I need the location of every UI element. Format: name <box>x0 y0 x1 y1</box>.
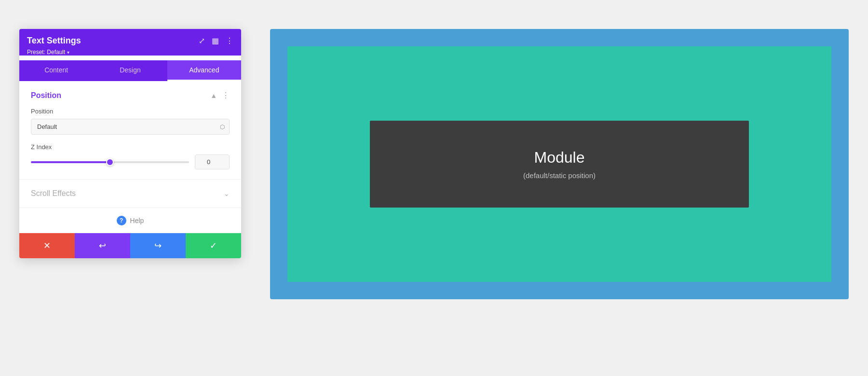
scroll-chevron-icon[interactable]: ⌄ <box>224 190 230 197</box>
tab-design[interactable]: Design <box>93 60 167 81</box>
panel-footer: ✕ ↩ ↪ ✓ <box>19 233 241 258</box>
columns-icon[interactable]: ▦ <box>212 36 219 45</box>
panel-header-icons: ⤢ ▦ ⋮ <box>199 36 233 45</box>
zindex-label: Z Index <box>31 143 230 151</box>
collapse-icon[interactable]: ▲ <box>210 92 217 99</box>
preview-teal-box: Module (default/static position) <box>287 46 831 282</box>
section-header-icons: ▲ ⋮ <box>210 91 230 100</box>
tab-content[interactable]: Content <box>19 60 93 81</box>
help-icon: ? <box>117 216 126 225</box>
module-subtitle: (default/static position) <box>523 171 596 180</box>
save-button[interactable]: ✓ <box>186 233 241 258</box>
preview-area: Module (default/static position) <box>270 29 849 299</box>
zindex-input[interactable]: 0 <box>195 154 230 169</box>
panel-title: Text Settings <box>27 36 81 46</box>
position-select[interactable]: Default Relative Absolute Fixed Sticky <box>31 119 230 135</box>
help-section[interactable]: ? Help <box>19 208 241 233</box>
tab-advanced[interactable]: Advanced <box>167 60 241 81</box>
panel-header: Text Settings ⤢ ▦ ⋮ Preset: Default ▾ <box>19 29 241 56</box>
expand-icon[interactable]: ⤢ <box>199 36 205 45</box>
scroll-effects-header: Scroll Effects ⌄ <box>31 189 230 198</box>
more-icon[interactable]: ⋮ <box>226 36 233 45</box>
redo-button[interactable]: ↪ <box>130 233 186 258</box>
cancel-button[interactable]: ✕ <box>19 233 75 258</box>
panel-preset[interactable]: Preset: Default ▾ <box>27 49 233 56</box>
slider-fill <box>31 161 110 163</box>
settings-panel: Text Settings ⤢ ▦ ⋮ Preset: Default ▾ Co… <box>19 29 241 258</box>
panel-body: Position ▲ ⋮ Position Default Relative A… <box>19 81 241 233</box>
panel-title-row: Text Settings ⤢ ▦ ⋮ <box>27 36 233 46</box>
preset-chevron: ▾ <box>67 50 69 55</box>
preview-module-box: Module (default/static position) <box>370 121 749 208</box>
module-title: Module <box>534 149 585 167</box>
preset-label: Preset: Default <box>27 49 65 56</box>
section-title: Position <box>31 91 61 100</box>
scroll-effects-section: Scroll Effects ⌄ <box>19 180 241 208</box>
slider-thumb[interactable] <box>106 158 114 166</box>
position-section: Position ▲ ⋮ Position Default Relative A… <box>19 81 241 180</box>
help-label: Help <box>130 217 144 224</box>
panel-tabs: Content Design Advanced <box>19 60 241 81</box>
position-field-label: Position <box>31 108 230 115</box>
position-select-wrapper: Default Relative Absolute Fixed Sticky ⬡ <box>31 119 230 135</box>
section-more-icon[interactable]: ⋮ <box>222 91 230 100</box>
section-header: Position ▲ ⋮ <box>31 91 230 100</box>
undo-button[interactable]: ↩ <box>75 233 130 258</box>
zindex-slider[interactable] <box>31 157 189 167</box>
slider-track <box>31 161 189 163</box>
scroll-effects-title: Scroll Effects <box>31 189 76 198</box>
zindex-row: 0 <box>31 154 230 169</box>
